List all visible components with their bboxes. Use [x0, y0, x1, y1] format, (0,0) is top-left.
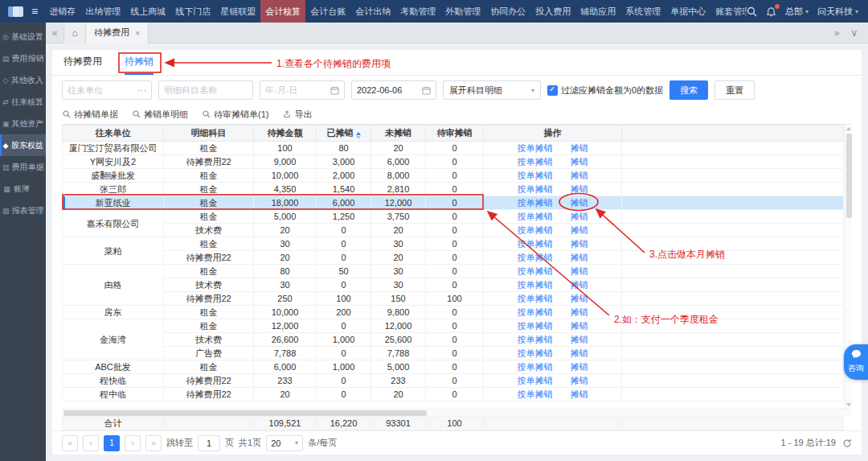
subject-name-input[interactable]: [158, 80, 253, 100]
amortize-by-doc-link[interactable]: 按单摊销: [518, 374, 553, 387]
table-row[interactable]: 张三郎租金4,3501,5402,8100按单摊销摊销: [63, 183, 844, 196]
partner-input-field[interactable]: [68, 85, 134, 95]
amortize-by-doc-link[interactable]: 按单摊销: [518, 210, 553, 223]
topnav-menu-item[interactable]: 单据中心: [665, 0, 710, 23]
amortize-link[interactable]: 摊销: [571, 265, 588, 278]
amortize-link[interactable]: 摊销: [571, 183, 588, 196]
amortize-by-doc-link[interactable]: 按单摊销: [518, 347, 553, 360]
sidebar-item[interactable]: ▥费用单据: [0, 156, 46, 178]
topnav-menu-item[interactable]: 考勤管理: [395, 0, 440, 23]
lookup-more-icon[interactable]: ⋯: [137, 85, 146, 96]
table-row[interactable]: 待摊费用22200200按单摊销摊销: [63, 251, 844, 265]
amortize-by-doc-link[interactable]: 按单摊销: [518, 224, 553, 237]
table-row[interactable]: 嘉禾有限公司租金5,0001,2503,7500按单摊销摊销: [63, 210, 844, 224]
table-row[interactable]: 程快临待摊费用2223302330按单摊销摊销: [63, 374, 844, 388]
org-selector[interactable]: 总部 ▾: [785, 6, 809, 18]
amortize-by-doc-link[interactable]: 按单摊销: [518, 306, 553, 319]
prev-page-button[interactable]: ‹: [83, 435, 99, 451]
sidebar-item[interactable]: ⇄往来核算: [0, 91, 46, 113]
amortize-by-doc-link[interactable]: 按单摊销: [518, 155, 553, 168]
search-button[interactable]: 搜索: [669, 80, 708, 100]
table-row[interactable]: 新亚纸业租金18,0006,00012,0000按单摊销摊销: [63, 196, 844, 210]
subject-name-input-field[interactable]: [164, 85, 248, 95]
toolbar-link[interactable]: 导出: [283, 109, 312, 121]
topnav-menu-item[interactable]: 会计台账: [305, 0, 350, 23]
table-row[interactable]: ABC批发租金6,0001,0005,0000按单摊销摊销: [63, 360, 844, 374]
amortize-by-doc-link[interactable]: 按单摊销: [518, 265, 553, 278]
amortize-link[interactable]: 摊销: [571, 360, 588, 373]
amortize-link[interactable]: 摊销: [571, 224, 588, 237]
sidebar-item[interactable]: ◎基础设置: [0, 26, 46, 47]
amortize-by-doc-link[interactable]: 按单摊销: [518, 292, 553, 305]
amortize-link[interactable]: 摊销: [571, 347, 588, 360]
amortize-link[interactable]: 摊销: [571, 319, 588, 332]
amortize-link[interactable]: 摊销: [571, 210, 588, 223]
date-start-input[interactable]: [260, 80, 345, 100]
reset-button[interactable]: 重置: [714, 80, 755, 100]
column-header[interactable]: 已摊销: [317, 126, 371, 142]
amortize-by-doc-link[interactable]: 按单摊销: [518, 169, 553, 182]
amortize-by-doc-link[interactable]: 按单摊销: [518, 333, 553, 346]
sidebar-item[interactable]: ▣其他资产: [0, 113, 46, 134]
hscroll-thumb[interactable]: [63, 410, 427, 416]
amortize-link[interactable]: 摊销: [571, 251, 588, 264]
notification-bell-icon[interactable]: [766, 6, 776, 17]
home-icon[interactable]: ⌂: [63, 23, 86, 43]
topnav-menu-item[interactable]: 协同办公: [485, 0, 530, 23]
consult-widget[interactable]: 咨询: [844, 344, 868, 380]
table-row[interactable]: 房东租金10,0002009,8000按单摊销摊销: [63, 306, 844, 319]
sidebar-item[interactable]: ◇其他收入: [0, 69, 46, 91]
topnav-menu-item[interactable]: 星链联盟: [215, 0, 260, 23]
topnav-menu-item[interactable]: 投入费用: [530, 0, 575, 23]
amortize-by-doc-link[interactable]: 按单摊销: [518, 360, 553, 373]
calendar-icon[interactable]: [330, 86, 339, 95]
refresh-icon[interactable]: [842, 438, 852, 448]
last-page-button[interactable]: »: [145, 435, 162, 451]
first-page-button[interactable]: «: [62, 435, 78, 451]
topnav-menu-item[interactable]: 账套管理: [710, 0, 747, 23]
amortize-link[interactable]: 摊销: [571, 169, 588, 182]
sort-icon[interactable]: [356, 132, 361, 139]
toolbar-link[interactable]: 待摊销单据: [63, 109, 118, 121]
amortize-by-doc-link[interactable]: 按单摊销: [518, 237, 553, 250]
toolbar-link[interactable]: 待审摊销单(1): [203, 109, 268, 121]
amortize-by-doc-link[interactable]: 按单摊销: [518, 196, 553, 209]
account-selector[interactable]: 问天科技 ▾: [817, 6, 858, 18]
tab-list-chevron-icon[interactable]: ∨: [845, 23, 863, 43]
table-row[interactable]: 盛翻缘批发租金10,0002,0008,0000按单摊销摊销: [63, 169, 844, 183]
amortize-by-doc-link[interactable]: 按单摊销: [518, 142, 553, 154]
amortize-by-doc-link[interactable]: 按单摊销: [518, 251, 553, 264]
table-row[interactable]: 程中临待摊费用22200200按单摊销摊销: [63, 388, 844, 401]
table-row[interactable]: 技术费200200按单摊销摊销: [63, 224, 844, 237]
amortize-link[interactable]: 摊销: [571, 196, 588, 209]
amortize-link[interactable]: 摊销: [571, 292, 588, 305]
topnav-menu-item[interactable]: 会计出纳: [350, 0, 395, 23]
amortize-by-doc-link[interactable]: 按单摊销: [518, 278, 553, 291]
table-row[interactable]: 金海湾租金12,000012,0000按单摊销摊销: [63, 319, 844, 333]
date-end-field[interactable]: [357, 85, 419, 95]
toolbar-link[interactable]: 摊销单明细: [133, 109, 188, 121]
horizontal-scrollbar[interactable]: [62, 409, 852, 416]
table-row[interactable]: 由格租金8050300按单摊销摊销: [63, 265, 844, 278]
collapse-tabs-icon[interactable]: «: [46, 23, 63, 43]
tab-pending-amortization[interactable]: 待摊销: [125, 50, 154, 75]
topnav-menu-item[interactable]: 进销存: [44, 0, 80, 23]
amortize-by-doc-link[interactable]: 按单摊销: [518, 319, 553, 332]
amortize-by-doc-link[interactable]: 按单摊销: [518, 388, 553, 401]
zero-filter-checkbox[interactable]: 过滤应摊销金额为0的数据: [547, 84, 663, 97]
search-icon[interactable]: [747, 6, 757, 17]
amortize-link[interactable]: 摊销: [571, 237, 588, 250]
table-row[interactable]: 待摊费用22250100150100按单摊销摊销: [63, 292, 844, 306]
amortize-link[interactable]: 摊销: [571, 333, 588, 346]
amortize-link[interactable]: 摊销: [571, 278, 588, 291]
amortize-by-doc-link[interactable]: 按单摊销: [518, 183, 553, 196]
table-row[interactable]: 技术费300300按单摊销摊销: [63, 278, 844, 292]
current-page-button[interactable]: 1: [104, 435, 120, 451]
next-page-button[interactable]: ›: [125, 435, 141, 451]
table-row[interactable]: 菜粕租金300300按单摊销摊销: [63, 237, 844, 251]
close-icon[interactable]: ×: [135, 28, 140, 38]
page-size-select[interactable]: 20 ▾: [266, 435, 303, 451]
amortize-link[interactable]: 摊销: [571, 306, 588, 319]
expand-subject-select[interactable]: 展开科目明细 ▾: [443, 80, 541, 100]
sidebar-item[interactable]: ▤费用报销: [0, 47, 46, 69]
